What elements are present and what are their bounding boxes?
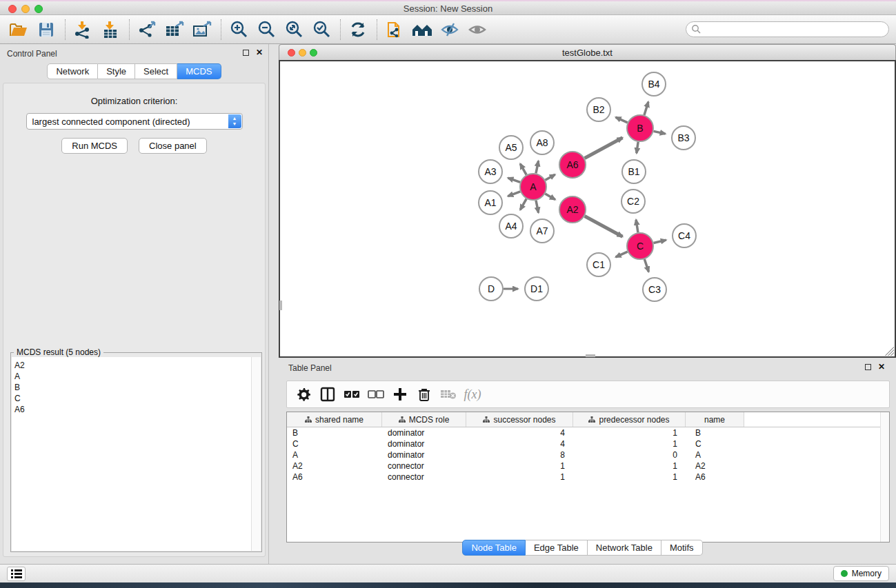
graph-edge-B-B3[interactable] [654,131,666,134]
tab-mcds[interactable]: MCDS [177,63,221,79]
column-type-icon [483,415,490,425]
network-window-titlebar[interactable]: testGlobe.txt [279,44,896,60]
add-column-icon[interactable] [390,385,410,404]
graph-edge-C-C4[interactable] [653,240,666,243]
graph-edge-A-A1[interactable] [508,192,520,196]
canvas-bottom-scroll-nub[interactable] [586,354,595,357]
column-header-predecessor-nodes[interactable]: predecessor nodes [573,412,686,427]
graph-edge-C-C3[interactable] [644,259,648,272]
graph-node-label-B2: B2 [593,104,604,115]
mcds-result-list[interactable]: A2ABCA6 [12,357,261,551]
show-panel-eye-icon[interactable] [466,18,489,41]
close-panel-button[interactable]: Close panel [139,138,207,154]
table-row[interactable]: Cdominator41C [287,438,889,449]
tab-select[interactable]: Select [135,63,177,79]
open-file-icon[interactable] [7,18,30,41]
zoom-selected-icon[interactable] [310,18,333,41]
save-session-icon[interactable] [34,18,58,41]
graph-node-label-A7: A7 [536,225,548,236]
tab-network[interactable]: Network [47,63,98,79]
settings-gear-icon[interactable] [294,385,313,404]
toolbar-separator [65,19,66,40]
graph-edge-C-C2[interactable] [636,220,638,233]
table-scrollbar[interactable] [880,412,889,542]
network-graph[interactable]: B4B2BB3A5A8A6A3B1AA1C2A2A4A7C4CC1C3DD1 [280,61,895,356]
column-visibility-icon[interactable] [318,385,337,404]
graph-edge-A-A3[interactable] [508,178,520,182]
zoom-in-icon[interactable] [227,18,250,41]
graph-edge-A-A2[interactable] [545,194,555,199]
column-header-successor-nodes[interactable]: successor nodes [466,412,573,427]
node-table[interactable]: shared nameMCDS rolesuccessor nodesprede… [286,412,890,543]
zoom-fit-icon[interactable] [282,18,306,41]
table-cell: dominator [382,438,466,449]
canvas-left-scroll-nub[interactable] [279,301,282,310]
window-resize-grip[interactable] [885,347,894,356]
zoom-out-icon[interactable] [255,18,278,41]
graph-node-label-C4: C4 [678,230,690,241]
criterion-dropdown-value: largest connected component (directed) [32,116,190,127]
apply-layout-icon[interactable] [346,18,370,41]
search-input[interactable] [686,21,889,37]
tab-edge-table[interactable]: Edge Table [526,540,588,556]
result-list-scrollbar[interactable] [251,357,261,551]
table-cell: A6 [287,472,382,483]
mcds-result-item[interactable]: A2 [14,360,261,371]
run-mcds-button[interactable]: Run MCDS [61,138,128,154]
tab-network-table[interactable]: Network Table [588,540,661,556]
float-table-panel-icon[interactable] [865,364,871,370]
graph-edge-B-B2[interactable] [616,117,628,123]
mcds-result-item[interactable]: B [14,382,261,393]
float-panel-icon[interactable] [243,50,249,56]
export-table-icon[interactable] [163,18,186,41]
export-image-icon[interactable] [190,18,214,41]
graph-edge-C-C1[interactable] [616,252,628,257]
new-network-from-file-icon[interactable] [383,18,406,41]
task-history-button[interactable] [7,567,26,581]
graph-node-label-B4: B4 [648,79,659,90]
column-header-name[interactable]: name [686,412,744,427]
tab-node-table[interactable]: Node Table [462,540,526,556]
column-type-icon [588,415,595,425]
tab-style[interactable]: Style [98,63,135,79]
mcds-result-item[interactable]: C [14,393,261,404]
table-cell: C [686,438,744,449]
status-bar: Memory [0,564,896,582]
graph-edge-B-B1[interactable] [637,142,638,153]
table-row[interactable]: Bdominator41B [287,427,889,438]
close-panel-icon[interactable]: ✕ [256,48,263,57]
table-row[interactable]: A6connector11A6 [287,472,889,483]
graph-edge-B-B4[interactable] [644,102,648,115]
criterion-dropdown[interactable]: largest connected component (directed) ▲… [26,113,243,130]
import-table-icon[interactable] [99,18,122,41]
table-cell: dominator [382,427,466,438]
desktop-background-strip [0,582,896,588]
memory-button[interactable]: Memory [833,566,889,581]
graph-edge-A6-B[interactable] [585,138,623,159]
network-canvas[interactable]: B4B2BB3A5A8A6A3B1AA1C2A2A4A7C4CC1C3DD1 [279,60,896,358]
table-row[interactable]: A2connector11A2 [287,460,889,472]
graph-edge-A-A4[interactable] [520,199,526,210]
graph-node-label-B: B [637,123,643,134]
column-header-shared-name[interactable]: shared name [287,412,382,427]
mcds-result-item[interactable]: A [14,371,261,382]
export-network-icon[interactable] [135,18,159,41]
column-header-MCDS-role[interactable]: MCDS role [382,412,466,427]
graph-edge-A2-C[interactable] [585,216,623,237]
import-network-icon[interactable] [71,18,94,41]
hide-panel-eye-icon[interactable] [438,18,461,41]
home-pages-icon[interactable] [410,18,434,41]
mcds-result-item[interactable]: A6 [14,404,261,415]
graph-edge-A-A8[interactable] [536,161,539,173]
table-row[interactable]: Adominator80A [287,449,889,460]
graph-edge-A-A6[interactable] [545,174,555,180]
close-table-panel-icon[interactable]: ✕ [878,362,885,372]
select-all-checks-icon[interactable] [342,385,361,404]
graph-edge-A-A5[interactable] [520,164,526,175]
table-cell: C [287,438,382,449]
tab-motifs[interactable]: Motifs [661,540,703,556]
table-panel-title: Table Panel [288,363,332,373]
graph-edge-A-A7[interactable] [536,201,539,213]
deselect-all-checks-icon[interactable] [366,385,386,404]
delete-column-trash-icon[interactable] [415,385,434,404]
